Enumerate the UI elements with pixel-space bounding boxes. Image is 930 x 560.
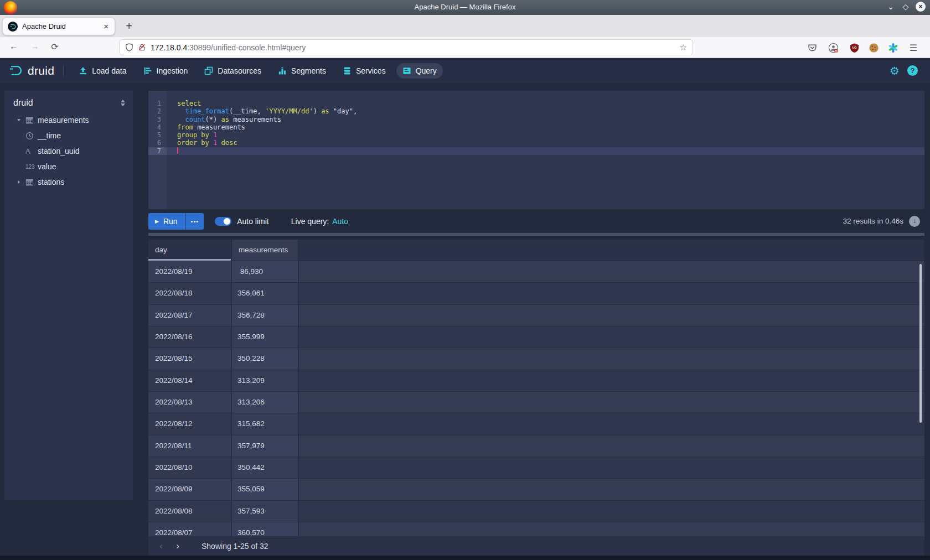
code-line-3[interactable]: 3 count(*) as measurements [148,116,924,123]
code-line-4[interactable]: 4from measurements [148,123,924,131]
tree-item-stations[interactable]: stations [4,174,133,190]
nav-item-load-data[interactable]: Load data [73,63,132,79]
next-page-icon[interactable]: › [169,541,186,552]
cell-day[interactable]: 2022/08/12 [148,413,232,434]
live-query-value[interactable]: Auto [332,217,348,226]
code-text[interactable]: group by 1 [167,131,924,139]
cell-day[interactable]: 2022/08/16 [148,326,232,348]
column-header-day[interactable]: day [148,240,232,261]
cell-measurements[interactable]: 356,061 [232,283,299,304]
cell-day[interactable]: 2022/08/09 [148,479,232,500]
cell-measurements[interactable]: 355,059 [232,479,299,500]
browser-tab-apache-druid[interactable]: Apache Druid × [2,17,115,35]
help-icon[interactable]: ? [907,65,918,76]
extension-asterisk-icon[interactable] [886,41,900,54]
download-results-icon[interactable]: ↓ [909,216,920,227]
cell-measurements[interactable]: 350,442 [232,457,299,478]
auto-limit-toggle[interactable] [215,217,231,226]
cell-measurements[interactable]: 356,728 [232,305,299,326]
cell-measurements[interactable]: 86,930 [232,261,299,282]
tree-item-station_uuid[interactable]: Astation_uuid [4,143,133,159]
cell-measurements[interactable]: 355,999 [232,326,299,348]
column-header-measurements[interactable]: measurements [232,240,299,261]
editor-results-splitter[interactable] [148,233,924,236]
table-row[interactable]: 2022/08/12315,682 [148,413,924,435]
run-button[interactable]: ▶ Run [148,213,185,230]
table-row[interactable]: 2022/08/11357,979 [148,435,924,457]
table-row[interactable]: 2022/08/1986,930 [148,261,924,283]
ublock-origin-icon[interactable]: UO [848,41,861,54]
code-text[interactable] [167,147,924,155]
tracking-shield-icon[interactable] [125,43,133,51]
window-minimize-icon[interactable]: ⌄ [886,2,896,12]
table-row[interactable]: 2022/08/15350,228 [148,348,924,370]
window-restore-icon[interactable]: ◇ [901,2,911,12]
cell-day[interactable]: 2022/08/17 [148,305,232,326]
table-row[interactable]: 2022/08/18356,061 [148,283,924,304]
table-row[interactable]: 2022/08/10350,442 [148,457,924,479]
cell-measurements[interactable]: 350,228 [232,348,299,369]
schema-switcher-caret-icon[interactable] [121,100,125,106]
back-button[interactable]: ← [8,42,20,51]
chevron-right-icon[interactable] [12,179,25,185]
cell-day[interactable]: 2022/08/15 [148,348,232,369]
new-tab-button[interactable]: + [122,19,136,34]
cookie-icon[interactable] [867,41,880,54]
code-text[interactable]: select [167,100,924,107]
sql-editor[interactable]: 1select2 time_format(__time, 'YYYY/MM/dd… [148,91,924,209]
cell-day[interactable]: 2022/08/11 [148,435,232,457]
forward-button[interactable]: → [29,42,41,51]
tree-item-value[interactable]: 123value [4,159,133,174]
cell-day[interactable]: 2022/08/13 [148,392,232,413]
pocket-icon[interactable] [805,41,819,54]
code-lines[interactable]: 1select2 time_format(__time, 'YYYY/MM/dd… [148,100,924,155]
code-text[interactable]: order by 1 desc [167,139,924,147]
table-row[interactable]: 2022/08/17356,728 [148,305,924,326]
code-text[interactable]: from measurements [167,123,924,131]
tab-close-icon[interactable]: × [102,22,110,31]
nav-item-datasources[interactable]: Datasources [198,63,267,79]
code-line-7[interactable]: 7 [148,147,924,155]
extension-account-icon[interactable] [826,41,840,54]
nav-item-services[interactable]: Services [337,63,392,79]
url-text[interactable]: 172.18.0.4:30899/unified-console.html#qu… [151,43,680,52]
code-line-5[interactable]: 5group by 1 [148,131,924,139]
cell-day[interactable]: 2022/08/19 [148,261,232,282]
reload-button[interactable]: ⟳ [49,42,61,52]
nav-item-segments[interactable]: Segments [272,63,332,79]
code-line-2[interactable]: 2 time_format(__time, 'YYYY/MM/dd') as "… [148,107,924,115]
run-more-button[interactable]: ••• [185,213,204,230]
menu-hamburger-icon[interactable]: ☰ [907,41,920,54]
table-row[interactable]: 2022/08/14313,209 [148,370,924,392]
code-text[interactable]: count(*) as measurements [167,116,924,123]
tree-item-__time[interactable]: __time [4,128,133,143]
cell-measurements[interactable]: 357,979 [232,435,299,457]
nav-item-query[interactable]: Query [396,63,443,79]
table-row[interactable]: 2022/08/13313,206 [148,392,924,413]
cell-day[interactable]: 2022/08/08 [148,501,232,522]
cell-day[interactable]: 2022/08/10 [148,457,232,478]
cell-measurements[interactable]: 357,593 [232,501,299,522]
table-row[interactable]: 2022/08/08357,593 [148,501,924,522]
url-bar[interactable]: 172.18.0.4:30899/unified-console.html#qu… [119,39,693,55]
tree-item-measurements[interactable]: measurements [4,112,133,128]
cell-measurements[interactable]: 315,682 [232,413,299,434]
cell-day[interactable]: 2022/08/14 [148,370,232,391]
cell-measurements[interactable]: 313,206 [232,392,299,413]
prev-page-icon[interactable]: ‹ [153,541,169,552]
nav-item-ingestion[interactable]: Ingestion [137,63,194,79]
cell-measurements[interactable]: 313,209 [232,370,299,391]
bookmark-star-icon[interactable]: ☆ [680,43,687,53]
code-text[interactable]: time_format(__time, 'YYYY/MM/dd') as "da… [167,107,924,115]
chevron-down-icon[interactable] [12,117,25,123]
code-line-6[interactable]: 6order by 1 desc [148,139,924,147]
table-row[interactable]: 2022/08/16355,999 [148,326,924,348]
settings-gear-icon[interactable]: ⚙ [890,64,900,77]
window-close-icon[interactable]: × [916,2,926,12]
cell-day[interactable]: 2022/08/18 [148,283,232,304]
insecure-lock-icon[interactable] [138,43,146,51]
table-row[interactable]: 2022/08/09355,059 [148,479,924,500]
druid-brand[interactable]: druid [9,63,54,78]
results-scrollbar[interactable] [919,264,922,423]
code-line-1[interactable]: 1select [148,100,924,107]
